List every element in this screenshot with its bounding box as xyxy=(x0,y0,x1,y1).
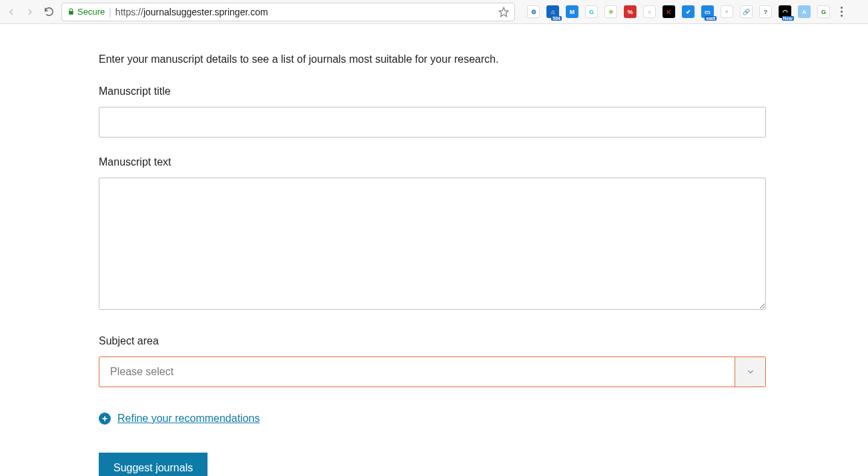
refine-row: + Refine your recommendations xyxy=(99,413,766,425)
manuscript-text-label: Manuscript text xyxy=(99,156,766,168)
browser-menu-button[interactable] xyxy=(837,7,847,17)
subject-area-select[interactable]: Please select xyxy=(99,356,766,387)
ext-g-icon[interactable]: G xyxy=(585,5,598,18)
subject-area-label: Subject area xyxy=(99,335,766,347)
manuscript-title-label: Manuscript title xyxy=(99,85,766,97)
secure-indicator: Secure xyxy=(67,7,105,17)
ext-stack-icon[interactable]: ≡ xyxy=(643,5,656,18)
secure-label: Secure xyxy=(77,7,105,17)
lock-icon xyxy=(67,7,75,16)
reload-button[interactable] xyxy=(43,6,55,18)
ext-check-icon[interactable]: ✔ xyxy=(682,5,695,18)
ext-a-icon[interactable]: A xyxy=(798,5,811,18)
ext-bug-icon[interactable]: ✳ xyxy=(604,5,617,18)
url-scheme: https xyxy=(115,7,135,17)
url-display: https://journalsuggester.springer.com xyxy=(115,7,268,17)
ext-q-icon[interactable]: ? xyxy=(759,5,772,18)
subject-area-placeholder: Please select xyxy=(99,357,735,387)
plus-circle-icon: + xyxy=(99,413,111,425)
forward-button[interactable] xyxy=(24,6,36,18)
ext-plus-icon[interactable]: + xyxy=(721,5,733,18)
ext-wait-icon[interactable]: ▭ xyxy=(701,5,714,18)
address-bar[interactable]: Secure | https://journalsuggester.spring… xyxy=(61,3,515,21)
ext-2-icon[interactable]: ♫ xyxy=(546,5,559,18)
extensions-row: ⚙♫MG✳%≡K✔▭+🔗?◠AG xyxy=(522,5,830,18)
bookmark-star-icon[interactable] xyxy=(498,7,509,17)
ext-new-icon[interactable]: ◠ xyxy=(779,5,791,18)
manuscript-title-input[interactable] xyxy=(99,107,766,138)
ext-k-icon[interactable]: K xyxy=(663,5,675,18)
ext-grammarly-icon[interactable]: G xyxy=(817,5,830,18)
main-content: Enter your manuscript details to see a l… xyxy=(99,24,766,476)
url-host: journalsuggester.springer.com xyxy=(143,7,268,17)
intro-text: Enter your manuscript details to see a l… xyxy=(99,53,766,65)
ext-1-icon[interactable]: ⚙ xyxy=(527,5,540,18)
svg-marker-0 xyxy=(499,7,508,16)
refine-recommendations-link[interactable]: Refine your recommendations xyxy=(117,413,260,425)
browser-toolbar: Secure | https://journalsuggester.spring… xyxy=(0,0,868,24)
manuscript-text-input[interactable] xyxy=(99,178,766,310)
ext-link-icon[interactable]: 🔗 xyxy=(740,5,753,18)
ext-m-icon[interactable]: M xyxy=(566,5,578,18)
separator: | xyxy=(109,7,111,17)
back-button[interactable] xyxy=(5,6,17,18)
ext-pct-icon[interactable]: % xyxy=(624,5,636,18)
suggest-journals-button[interactable]: Suggest journals xyxy=(99,453,207,476)
chevron-down-icon xyxy=(735,357,765,387)
